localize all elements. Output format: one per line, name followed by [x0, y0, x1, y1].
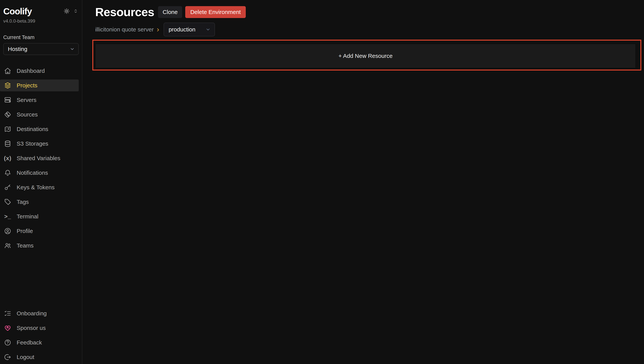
logo-row: Coolify — [0, 6, 82, 16]
users-icon — [4, 242, 11, 249]
sidebar-item-terminal[interactable]: >_ Terminal — [0, 210, 79, 222]
home-icon — [4, 67, 11, 74]
variables-icon: (x) — [4, 154, 11, 162]
sidebar-item-servers[interactable]: Servers — [0, 94, 79, 106]
environment-select[interactable]: production — [164, 22, 215, 36]
heart-hands-icon — [4, 324, 11, 332]
team-select-value: Hosting — [8, 46, 28, 52]
sidebar-nav: Dashboard Projects Servers Sources Desti… — [0, 65, 82, 252]
sidebar-item-label: S3 Storages — [17, 140, 48, 147]
delete-environment-button[interactable]: Delete Environment — [185, 6, 246, 18]
layers-icon — [4, 82, 11, 89]
sidebar-item-label: Sources — [17, 111, 38, 118]
team-select[interactable]: Hosting — [3, 43, 79, 55]
key-icon — [4, 184, 11, 191]
logout-icon — [4, 354, 11, 361]
sidebar-item-label: Destinations — [17, 126, 48, 132]
sidebar-item-shared-variables[interactable]: (x) Shared Variables — [0, 152, 79, 164]
tags-icon — [4, 198, 11, 206]
user-circle-icon — [4, 228, 11, 235]
sidebar-item-label: Dashboard — [17, 68, 45, 74]
sidebar-item-teams[interactable]: Teams — [0, 240, 79, 252]
current-team-label: Current Team — [0, 34, 82, 40]
sidebar-item-label: Terminal — [17, 213, 38, 220]
sidebar-item-logout[interactable]: Logout — [0, 351, 79, 363]
sidebar-item-label: Keys & Tokens — [17, 184, 54, 190]
chevron-down-icon — [70, 46, 75, 52]
chevron-down-icon — [205, 27, 211, 32]
sidebar-item-label: Shared Variables — [17, 155, 60, 162]
sidebar-item-label: Teams — [17, 242, 34, 249]
map-icon — [4, 126, 11, 133]
sidebar-item-destinations[interactable]: Destinations — [0, 123, 79, 135]
database-icon — [4, 140, 11, 147]
page-title: Resources — [95, 4, 154, 20]
sidebar-item-tags[interactable]: Tags — [0, 196, 79, 208]
theme-toggle-sun-icon[interactable] — [64, 8, 70, 14]
page-header: Resources Clone Delete Environment — [95, 4, 636, 20]
breadcrumb-project-link[interactable]: illicitonion quote server — [95, 26, 154, 33]
sidebar-item-sponsor-us[interactable]: Sponsor us — [0, 322, 79, 334]
sidebar-item-label: Onboarding — [17, 310, 47, 317]
sidebar-item-sources[interactable]: Sources — [0, 109, 79, 120]
sidebar-item-label: Projects — [17, 82, 37, 89]
sidebar-spacer — [0, 252, 82, 308]
app-logo[interactable]: Coolify — [3, 6, 32, 16]
sidebar-item-projects[interactable]: Projects — [0, 80, 79, 92]
sidebar-item-keys-tokens[interactable]: Keys & Tokens — [0, 182, 79, 193]
breadcrumb: illicitonion quote server production — [95, 22, 636, 36]
sidebar-top-actions — [64, 8, 78, 14]
sidebar: Coolify v4.0.0-beta.399 Current Team Hos… — [0, 0, 82, 364]
sidebar-footer-nav: Onboarding Sponsor us Feedback Logout — [0, 308, 82, 363]
terminal-icon: >_ — [4, 213, 11, 220]
environment-select-value: production — [168, 26, 196, 33]
app-version: v4.0.0-beta.399 — [0, 18, 82, 24]
sidebar-item-label: Notifications — [17, 170, 48, 176]
sidebar-item-label: Profile — [17, 228, 33, 234]
sidebar-item-onboarding[interactable]: Onboarding — [0, 308, 79, 319]
sidebar-item-notifications[interactable]: Notifications — [0, 167, 79, 179]
git-source-icon — [4, 111, 11, 118]
server-icon — [4, 96, 11, 104]
chevron-right-icon — [156, 28, 160, 32]
sidebar-item-label: Feedback — [17, 339, 42, 346]
sidebar-item-label: Logout — [17, 354, 34, 360]
sidebar-item-label: Sponsor us — [17, 325, 46, 331]
sidebar-item-dashboard[interactable]: Dashboard — [0, 65, 79, 77]
sidebar-item-label: Servers — [17, 97, 36, 103]
help-circle-icon — [4, 339, 11, 346]
sidebar-item-feedback[interactable]: Feedback — [0, 336, 79, 348]
clone-button[interactable]: Clone — [158, 6, 182, 18]
add-new-resource-button[interactable]: + Add New Resource — [95, 44, 636, 68]
checklist-icon — [4, 310, 11, 317]
main-content: Resources Clone Delete Environment illic… — [82, 0, 644, 364]
chevrons-up-down-icon[interactable] — [73, 8, 78, 14]
sidebar-item-s3-storages[interactable]: S3 Storages — [0, 138, 79, 150]
sidebar-item-profile[interactable]: Profile — [0, 225, 79, 237]
sidebar-item-label: Tags — [17, 199, 29, 205]
bell-icon — [4, 169, 11, 176]
